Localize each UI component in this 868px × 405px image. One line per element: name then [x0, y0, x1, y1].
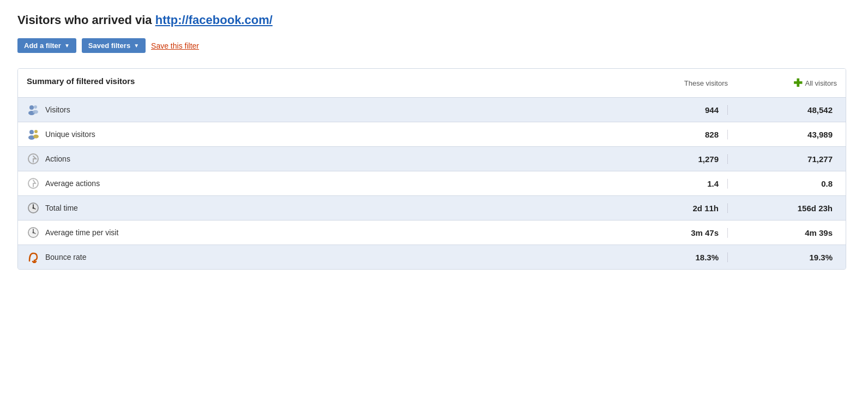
add-filter-label: Add a filter — [24, 41, 61, 50]
visitors-all: 48,542 — [728, 105, 837, 115]
facebook-link[interactable]: http://facebook.com/ — [155, 13, 273, 27]
unique-visitors-icon — [27, 128, 40, 141]
table-row: Actions 1,279 71,277 — [18, 147, 846, 171]
row-label: Bounce rate — [27, 251, 619, 264]
svg-point-0 — [29, 105, 34, 110]
avg-actions-all: 0.8 — [728, 179, 837, 188]
svg-point-4 — [29, 130, 34, 134]
svg-point-7 — [33, 135, 39, 139]
page-title: Visitors who arrived via http://facebook… — [17, 13, 851, 27]
row-label: Visitors — [27, 103, 619, 116]
svg-point-3 — [33, 110, 38, 114]
svg-point-6 — [34, 130, 38, 133]
total-time-these: 2d 11h — [619, 204, 728, 213]
bounce-rate-all: 19.3% — [728, 253, 837, 262]
table-row: Average actions 1.4 0.8 — [18, 171, 846, 196]
add-filter-button[interactable]: Add a filter ▼ — [17, 38, 76, 53]
bounce-rate-label: Bounce rate — [45, 253, 87, 261]
add-filter-arrow-icon: ▼ — [64, 43, 70, 49]
actions-label: Actions — [45, 154, 70, 163]
page-title-static: Visitors who arrived via — [17, 13, 155, 27]
row-label: Unique visitors — [27, 128, 619, 141]
svg-point-14 — [33, 207, 34, 209]
svg-point-2 — [34, 105, 37, 109]
visitors-these: 944 — [619, 105, 728, 115]
summary-table: Summary of filtered visitors These visit… — [17, 68, 846, 270]
row-label: Total time — [27, 201, 619, 215]
save-filter-link[interactable]: Save this filter — [151, 41, 199, 50]
actions-all: 71,277 — [728, 154, 837, 164]
table-row: Unique visitors 828 43,989 — [18, 122, 846, 147]
avg-time-icon — [27, 226, 40, 239]
row-label: Average time per visit — [27, 226, 619, 239]
avg-actions-icon — [27, 177, 40, 190]
toolbar: Add a filter ▼ Saved filters ▼ Save this… — [17, 38, 851, 53]
actions-these: 1,279 — [619, 154, 728, 164]
table-header: Summary of filtered visitors These visit… — [18, 69, 846, 98]
avg-time-all: 4m 39s — [728, 228, 837, 237]
bounce-rate-icon — [27, 251, 40, 264]
table-row: Bounce rate 18.3% 19.3% — [18, 245, 846, 269]
row-label: Average actions — [27, 177, 619, 190]
visitors-icon — [27, 103, 40, 116]
table-row: Total time 2d 11h 156d 23h — [18, 196, 846, 221]
saved-filters-label: Saved filters — [88, 41, 130, 50]
actions-icon — [27, 152, 40, 165]
col-these-visitors-header: These visitors — [619, 76, 728, 90]
avg-actions-these: 1.4 — [619, 179, 728, 188]
table-row: Visitors 944 48,542 — [18, 98, 846, 122]
avg-time-these: 3m 47s — [619, 228, 728, 237]
total-time-all: 156d 23h — [728, 204, 837, 213]
table-title: Summary of filtered visitors — [27, 76, 619, 90]
avg-time-label: Average time per visit — [45, 228, 118, 237]
row-label: Actions — [27, 152, 619, 165]
table-row: Average time per visit 3m 47s 4m 39s — [18, 221, 846, 245]
col-all-visitors-header: ✚ All visitors — [728, 76, 837, 90]
bounce-rate-these: 18.3% — [619, 253, 728, 262]
unique-visitors-these: 828 — [619, 130, 728, 139]
visitors-label: Visitors — [45, 105, 70, 114]
saved-filters-button[interactable]: Saved filters ▼ — [82, 38, 146, 53]
plus-icon: ✚ — [793, 76, 803, 90]
avg-actions-label: Average actions — [45, 179, 100, 188]
total-time-label: Total time — [45, 204, 78, 212]
unique-visitors-all: 43,989 — [728, 130, 837, 139]
svg-point-19 — [33, 232, 34, 234]
saved-filters-arrow-icon: ▼ — [134, 43, 139, 49]
unique-visitors-label: Unique visitors — [45, 130, 95, 139]
total-time-icon — [27, 201, 40, 215]
